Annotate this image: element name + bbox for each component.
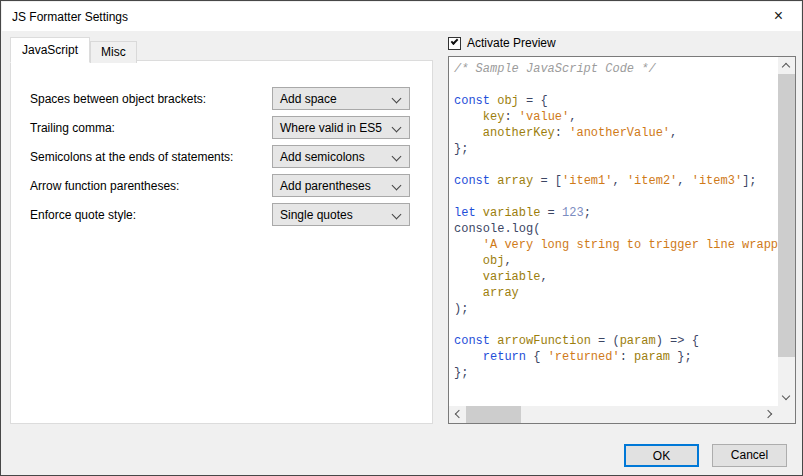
setting-label: Trailing comma: [30, 121, 272, 135]
cancel-button[interactable]: Cancel [712, 444, 787, 467]
code-line: const obj = { [454, 93, 778, 109]
horizontal-scrollbar-thumb[interactable] [466, 406, 521, 423]
setting-dropdown[interactable]: Single quotes [272, 203, 410, 226]
setting-dropdown[interactable]: Add parentheses [272, 174, 410, 197]
setting-row: Enforce quote style:Single quotes [30, 203, 410, 226]
scroll-up-icon[interactable] [778, 57, 795, 74]
chevron-down-icon [392, 181, 402, 191]
dropdown-selected-value: Add parentheses [280, 179, 371, 193]
tab-javascript[interactable]: JavaScript [10, 37, 90, 63]
setting-label: Arrow function parentheses: [30, 179, 272, 193]
code-line: /* Sample JavaScript Code */ [454, 61, 778, 77]
dropdown-selected-value: Add semicolons [280, 150, 365, 164]
code-line: console.log( [454, 221, 778, 237]
dropdown-selected-value: Where valid in ES5 [280, 121, 382, 135]
setting-label: Spaces between object brackets: [30, 92, 272, 106]
scroll-down-icon[interactable] [778, 389, 795, 406]
tab-misc[interactable]: Misc [90, 41, 137, 63]
horizontal-scrollbar[interactable] [449, 406, 778, 423]
code-line [454, 189, 778, 205]
chevron-down-icon [392, 94, 402, 104]
close-icon[interactable]: × [756, 2, 801, 31]
checkbox-icon[interactable] [448, 37, 461, 50]
code-line: }; [454, 141, 778, 157]
scroll-left-icon[interactable] [449, 406, 466, 423]
code-line: let variable = 123; [454, 205, 778, 221]
code-line: ); [454, 301, 778, 317]
tab-page-javascript: Spaces between object brackets:Add space… [10, 60, 433, 424]
dropdown-selected-value: Add space [280, 92, 337, 106]
code-line [454, 157, 778, 173]
setting-row: Arrow function parentheses:Add parenthes… [30, 174, 410, 197]
scroll-right-icon[interactable] [761, 406, 778, 423]
code-line: array [454, 285, 778, 301]
settings-form: Spaces between object brackets:Add space… [30, 87, 410, 232]
scrollbar-corner [778, 406, 795, 423]
setting-row: Trailing comma:Where valid in ES5 [30, 116, 410, 139]
code-line: variable, [454, 269, 778, 285]
setting-dropdown[interactable]: Add space [272, 87, 410, 110]
setting-dropdown[interactable]: Where valid in ES5 [272, 116, 410, 139]
setting-dropdown[interactable]: Add semicolons [272, 145, 410, 168]
check-icon [451, 37, 459, 45]
code-line [454, 317, 778, 333]
setting-row: Spaces between object brackets:Add space [30, 87, 410, 110]
code-line: }; [454, 365, 778, 381]
js-formatter-settings-dialog: JS Formatter Settings × JavaScript Misc … [0, 0, 803, 476]
activate-preview-checkbox[interactable]: Activate Preview [448, 36, 556, 50]
setting-row: Semicolons at the ends of statements:Add… [30, 145, 410, 168]
code-line: const array = ['item1', 'item2', 'item3'… [454, 173, 778, 189]
setting-label: Enforce quote style: [30, 208, 272, 222]
code-line: anotherKey: 'anotherValue', [454, 125, 778, 141]
chevron-down-icon [392, 210, 402, 220]
code-line: 'A very long string to trigger line wrap… [454, 237, 778, 253]
chevron-down-icon [392, 152, 402, 162]
chevron-down-icon [392, 123, 402, 133]
dropdown-selected-value: Single quotes [280, 208, 353, 222]
code-line: return { 'returned': param }; [454, 349, 778, 365]
titlebar: JS Formatter Settings × [2, 2, 801, 31]
activate-preview-label: Activate Preview [467, 36, 556, 50]
code-line: const arrowFunction = (param) => { [454, 333, 778, 349]
code-line: obj, [454, 253, 778, 269]
code-line: key: 'value', [454, 109, 778, 125]
window-title: JS Formatter Settings [12, 10, 128, 24]
code-preview: /* Sample JavaScript Code */ const obj =… [449, 57, 778, 406]
code-preview-box: /* Sample JavaScript Code */ const obj =… [448, 56, 796, 424]
code-line [454, 77, 778, 93]
setting-label: Semicolons at the ends of statements: [30, 150, 272, 164]
vertical-scrollbar[interactable] [778, 57, 795, 406]
tab-strip: JavaScript Misc [10, 39, 137, 63]
ok-button[interactable]: OK [624, 444, 699, 467]
vertical-scrollbar-thumb[interactable] [778, 74, 795, 357]
